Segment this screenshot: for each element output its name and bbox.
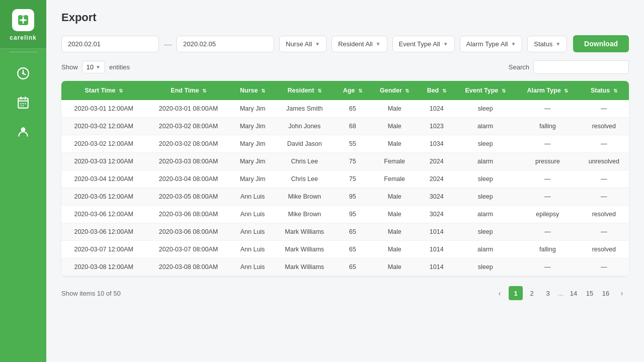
sort-icon: ⇅ [317,88,321,94]
table-cell: Mary Jim [231,135,275,153]
table-cell: 1034 [419,135,454,153]
table-cell: — [516,223,579,241]
table-cell: alarm [454,153,516,170]
table-cell: — [579,188,629,206]
svg-point-13 [21,127,26,132]
table-row: 2020-03-06 12:00AM2020-03-06 08:00AMAnn … [61,223,629,241]
col-nurse[interactable]: Nurse ⇅ [231,81,275,100]
logo-icon [12,9,34,31]
table-cell: Mark Williams [274,258,335,276]
pagination-row: Show items 10 of 50 ‹ 1 2 3 ... 14 15 16… [61,284,629,302]
download-button[interactable]: Download [573,35,629,52]
alarm-type-dropdown[interactable]: Alarm Type All ▼ [460,36,523,52]
show-label: Show [61,63,78,71]
sidebar-item-calendar[interactable] [9,89,37,116]
table-cell: 2020-03-06 12:00AM [61,223,146,241]
status-dropdown[interactable]: Status ▼ [527,36,567,52]
table-cell: resolved [579,206,629,223]
table-cell: 2020-03-02 08:00AM [146,118,230,135]
table-cell: 2020-03-03 12:00AM [61,153,146,170]
table-cell: 95 [335,206,370,223]
table-cell: 2020-03-01 12:00AM [61,100,146,118]
table-cell: Male [370,258,419,276]
table-cell: sleep [454,258,516,276]
table-cell: alarm [454,241,516,258]
svg-rect-11 [21,105,22,106]
table-cell: 2020-03-03 08:00AM [146,153,230,170]
search-input[interactable] [533,60,629,74]
col-start-time[interactable]: Start Time ⇅ [61,81,146,100]
col-age[interactable]: Age ⇅ [335,81,370,100]
table-cell: 1023 [419,118,454,135]
svg-rect-9 [23,103,24,104]
col-status[interactable]: Status ⇅ [579,81,629,100]
table-cell: 3024 [419,188,454,206]
table-cell: Male [370,206,419,223]
page-prev-button[interactable]: ‹ [493,286,507,300]
col-end-time[interactable]: End Time ⇅ [146,81,230,100]
table-cell: Male [370,118,419,135]
table-row: 2020-03-03 12:00AM2020-03-03 08:00AMMary… [61,153,629,170]
table-cell: 1014 [419,223,454,241]
table-cell: Ann Luis [231,258,275,276]
svg-point-3 [22,72,24,74]
table-cell: unresolved [579,153,629,170]
table-cell: 68 [335,118,370,135]
page-title: Export [61,11,629,24]
show-count-select[interactable]: 10 ▼ [82,61,105,73]
col-alarm-type[interactable]: Alarm Type ⇅ [516,81,579,100]
sort-icon: ⇅ [564,88,568,94]
table-cell: Mary Jim [231,118,275,135]
date-to-input[interactable] [177,36,274,52]
table-cell: Male [370,223,419,241]
page-next-button[interactable]: › [615,286,629,300]
table-cell: 1014 [419,258,454,276]
table-cell: resolved [579,118,629,135]
page-ellipsis: ... [557,290,565,297]
table-cell: 65 [335,258,370,276]
table-cell: 65 [335,223,370,241]
page-15-button[interactable]: 15 [583,286,597,300]
sidebar: carelink [0,0,46,362]
sort-icon: ⇅ [502,88,506,94]
nurse-dropdown[interactable]: Nurse All ▼ [279,36,327,52]
table-cell: 2020-03-06 12:00AM [61,206,146,223]
table-cell: alarm [454,206,516,223]
date-from-input[interactable] [61,36,159,52]
col-event-type[interactable]: Event Type ⇅ [454,81,516,100]
table-cell: sleep [454,170,516,188]
page-2-button[interactable]: 2 [525,286,539,300]
col-bed[interactable]: Bed ⇅ [419,81,454,100]
table-cell: 2020-03-02 08:00AM [146,135,230,153]
event-type-dropdown[interactable]: Event Type All ▼ [392,36,455,52]
chevron-down-icon: ▼ [555,41,560,47]
page-16-button[interactable]: 16 [599,286,613,300]
table-cell: 2020-03-02 12:00AM [61,118,146,135]
page-14-button[interactable]: 14 [567,286,581,300]
table-cell: Mary Jim [231,100,275,118]
sidebar-item-dashboard[interactable] [9,60,37,86]
table-cell: — [516,188,579,206]
table-cell: 2020-03-06 08:00AM [146,223,230,241]
main-content: Export — Nurse All ▼ Resident All ▼ Even… [46,0,644,362]
filters-row: — Nurse All ▼ Resident All ▼ Event Type … [61,35,629,52]
col-gender[interactable]: Gender ⇅ [370,81,419,100]
table-cell: Chris Lee [274,153,335,170]
page-3-button[interactable]: 3 [541,286,555,300]
table-cell: — [516,100,579,118]
sort-icon: ⇅ [405,88,409,94]
table-cell: Male [370,241,419,258]
table-cell: — [579,100,629,118]
table-cell: sleep [454,100,516,118]
table-cell: Male [370,100,419,118]
sidebar-item-residents[interactable] [9,119,37,145]
table-cell: 1014 [419,241,454,258]
date-separator: — [164,40,172,48]
page-1-button[interactable]: 1 [509,286,523,300]
col-resident[interactable]: Resident ⇅ [274,81,335,100]
table-row: 2020-03-08 12:00AM2020-03-08 08:00AMAnn … [61,258,629,276]
entities-label: entities [109,63,130,71]
table-cell: 2020-03-08 08:00AM [146,258,230,276]
table-cell: Mike Brown [274,188,335,206]
resident-dropdown[interactable]: Resident All ▼ [332,36,387,52]
